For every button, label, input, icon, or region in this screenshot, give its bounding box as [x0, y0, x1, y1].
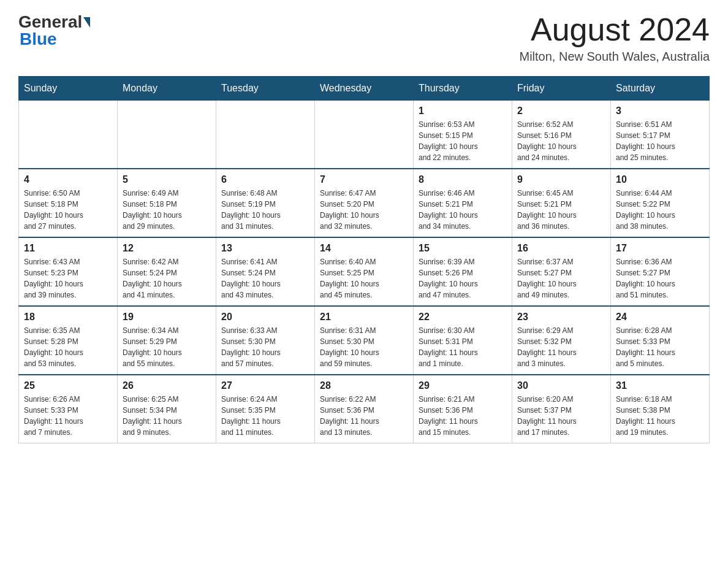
day-number-27: 27	[221, 380, 309, 391]
calendar-cell-w2-d6: 17Sunrise: 6:36 AMSunset: 5:27 PMDayligh…	[611, 237, 710, 306]
day-number-29: 29	[419, 380, 507, 391]
calendar-table: Sunday Monday Tuesday Wednesday Thursday…	[18, 76, 710, 443]
day-number-25: 25	[24, 380, 112, 391]
calendar-cell-w0-d1	[118, 101, 216, 169]
calendar-row-2: 11Sunrise: 6:43 AMSunset: 5:23 PMDayligh…	[19, 237, 710, 306]
day-info-13: Sunrise: 6:41 AMSunset: 5:24 PMDaylight:…	[221, 256, 309, 301]
day-info-12: Sunrise: 6:42 AMSunset: 5:24 PMDaylight:…	[123, 256, 211, 301]
day-number-17: 17	[616, 243, 704, 254]
header-thursday: Thursday	[414, 77, 512, 101]
calendar-cell-w3-d1: 19Sunrise: 6:34 AMSunset: 5:29 PMDayligh…	[118, 306, 216, 375]
day-info-9: Sunrise: 6:45 AMSunset: 5:21 PMDaylight:…	[517, 188, 605, 232]
calendar-row-1: 4Sunrise: 6:50 AMSunset: 5:18 PMDaylight…	[19, 169, 710, 237]
day-number-12: 12	[123, 243, 211, 254]
title-section: August 2024 Milton, New South Wales, Aus…	[520, 12, 710, 64]
header-tuesday: Tuesday	[216, 77, 315, 101]
logo: General Blue	[18, 12, 91, 49]
day-number-14: 14	[320, 243, 408, 254]
day-number-9: 9	[517, 174, 605, 185]
day-info-5: Sunrise: 6:49 AMSunset: 5:18 PMDaylight:…	[123, 188, 211, 232]
calendar-cell-w2-d1: 12Sunrise: 6:42 AMSunset: 5:24 PMDayligh…	[118, 237, 216, 306]
day-info-28: Sunrise: 6:22 AMSunset: 5:36 PMDaylight:…	[320, 394, 408, 438]
day-info-10: Sunrise: 6:44 AMSunset: 5:22 PMDaylight:…	[616, 188, 704, 232]
day-info-3: Sunrise: 6:51 AMSunset: 5:17 PMDaylight:…	[616, 119, 704, 163]
day-number-3: 3	[616, 105, 704, 117]
day-number-10: 10	[616, 174, 704, 185]
calendar-cell-w0-d6: 3Sunrise: 6:51 AMSunset: 5:17 PMDaylight…	[611, 101, 710, 169]
calendar-cell-w3-d3: 21Sunrise: 6:31 AMSunset: 5:30 PMDayligh…	[315, 306, 414, 375]
day-info-6: Sunrise: 6:48 AMSunset: 5:19 PMDaylight:…	[221, 188, 309, 232]
calendar-cell-w0-d4: 1Sunrise: 6:53 AMSunset: 5:15 PMDaylight…	[414, 101, 512, 169]
day-info-27: Sunrise: 6:24 AMSunset: 5:35 PMDaylight:…	[221, 394, 309, 438]
day-number-19: 19	[123, 312, 211, 323]
calendar-header-row: Sunday Monday Tuesday Wednesday Thursday…	[19, 77, 710, 101]
day-number-28: 28	[320, 380, 408, 391]
calendar-cell-w4-d3: 28Sunrise: 6:22 AMSunset: 5:36 PMDayligh…	[315, 375, 414, 443]
calendar-cell-w4-d4: 29Sunrise: 6:21 AMSunset: 5:36 PMDayligh…	[414, 375, 512, 443]
day-number-24: 24	[616, 312, 704, 323]
calendar-cell-w0-d0	[19, 101, 118, 169]
calendar-cell-w1-d2: 6Sunrise: 6:48 AMSunset: 5:19 PMDaylight…	[216, 169, 315, 237]
day-info-31: Sunrise: 6:18 AMSunset: 5:38 PMDaylight:…	[616, 394, 704, 438]
day-number-31: 31	[616, 380, 704, 391]
day-number-26: 26	[123, 380, 211, 391]
header-monday: Monday	[118, 77, 216, 101]
day-number-13: 13	[221, 243, 309, 254]
day-info-24: Sunrise: 6:28 AMSunset: 5:33 PMDaylight:…	[616, 325, 704, 369]
calendar-cell-w2-d0: 11Sunrise: 6:43 AMSunset: 5:23 PMDayligh…	[19, 237, 118, 306]
calendar-cell-w2-d5: 16Sunrise: 6:37 AMSunset: 5:27 PMDayligh…	[512, 237, 611, 306]
day-info-23: Sunrise: 6:29 AMSunset: 5:32 PMDaylight:…	[517, 325, 605, 369]
day-info-7: Sunrise: 6:47 AMSunset: 5:20 PMDaylight:…	[320, 188, 408, 232]
header-friday: Friday	[512, 77, 611, 101]
day-info-14: Sunrise: 6:40 AMSunset: 5:25 PMDaylight:…	[320, 256, 408, 301]
calendar-cell-w1-d0: 4Sunrise: 6:50 AMSunset: 5:18 PMDaylight…	[19, 169, 118, 237]
day-info-18: Sunrise: 6:35 AMSunset: 5:28 PMDaylight:…	[24, 325, 112, 369]
day-number-30: 30	[517, 380, 605, 391]
calendar-cell-w3-d2: 20Sunrise: 6:33 AMSunset: 5:30 PMDayligh…	[216, 306, 315, 375]
day-number-22: 22	[419, 312, 507, 323]
calendar-cell-w2-d2: 13Sunrise: 6:41 AMSunset: 5:24 PMDayligh…	[216, 237, 315, 306]
day-number-15: 15	[419, 243, 507, 254]
day-number-4: 4	[24, 174, 112, 185]
calendar-cell-w0-d5: 2Sunrise: 6:52 AMSunset: 5:16 PMDaylight…	[512, 101, 611, 169]
header-sunday: Sunday	[19, 77, 118, 101]
calendar-cell-w3-d4: 22Sunrise: 6:30 AMSunset: 5:31 PMDayligh…	[414, 306, 512, 375]
header-wednesday: Wednesday	[315, 77, 414, 101]
location-text: Milton, New South Wales, Australia	[520, 50, 710, 64]
day-number-5: 5	[123, 174, 211, 185]
calendar-cell-w3-d5: 23Sunrise: 6:29 AMSunset: 5:32 PMDayligh…	[512, 306, 611, 375]
calendar-cell-w4-d0: 25Sunrise: 6:26 AMSunset: 5:33 PMDayligh…	[19, 375, 118, 443]
day-info-11: Sunrise: 6:43 AMSunset: 5:23 PMDaylight:…	[24, 256, 112, 301]
day-info-2: Sunrise: 6:52 AMSunset: 5:16 PMDaylight:…	[517, 119, 605, 163]
day-info-21: Sunrise: 6:31 AMSunset: 5:30 PMDaylight:…	[320, 325, 408, 369]
calendar-cell-w1-d1: 5Sunrise: 6:49 AMSunset: 5:18 PMDaylight…	[118, 169, 216, 237]
calendar-row-3: 18Sunrise: 6:35 AMSunset: 5:28 PMDayligh…	[19, 306, 710, 375]
calendar-cell-w4-d2: 27Sunrise: 6:24 AMSunset: 5:35 PMDayligh…	[216, 375, 315, 443]
day-info-20: Sunrise: 6:33 AMSunset: 5:30 PMDaylight:…	[221, 325, 309, 369]
header-saturday: Saturday	[611, 77, 710, 101]
day-info-17: Sunrise: 6:36 AMSunset: 5:27 PMDaylight:…	[616, 256, 704, 301]
calendar-cell-w3-d6: 24Sunrise: 6:28 AMSunset: 5:33 PMDayligh…	[611, 306, 710, 375]
logo-blue: Blue	[20, 29, 57, 48]
calendar-cell-w2-d3: 14Sunrise: 6:40 AMSunset: 5:25 PMDayligh…	[315, 237, 414, 306]
calendar-row-4: 25Sunrise: 6:26 AMSunset: 5:33 PMDayligh…	[19, 375, 710, 443]
calendar-cell-w4-d1: 26Sunrise: 6:25 AMSunset: 5:34 PMDayligh…	[118, 375, 216, 443]
page-header: General Blue August 2024 Milton, New Sou…	[18, 12, 710, 64]
day-number-11: 11	[24, 243, 112, 254]
day-info-30: Sunrise: 6:20 AMSunset: 5:37 PMDaylight:…	[517, 394, 605, 438]
day-info-8: Sunrise: 6:46 AMSunset: 5:21 PMDaylight:…	[419, 188, 507, 232]
day-number-21: 21	[320, 312, 408, 323]
day-info-16: Sunrise: 6:37 AMSunset: 5:27 PMDaylight:…	[517, 256, 605, 301]
day-info-26: Sunrise: 6:25 AMSunset: 5:34 PMDaylight:…	[123, 394, 211, 438]
calendar-cell-w4-d5: 30Sunrise: 6:20 AMSunset: 5:37 PMDayligh…	[512, 375, 611, 443]
calendar-cell-w4-d6: 31Sunrise: 6:18 AMSunset: 5:38 PMDayligh…	[611, 375, 710, 443]
calendar-cell-w1-d3: 7Sunrise: 6:47 AMSunset: 5:20 PMDaylight…	[315, 169, 414, 237]
day-info-29: Sunrise: 6:21 AMSunset: 5:36 PMDaylight:…	[419, 394, 507, 438]
day-info-1: Sunrise: 6:53 AMSunset: 5:15 PMDaylight:…	[419, 119, 507, 163]
day-info-22: Sunrise: 6:30 AMSunset: 5:31 PMDaylight:…	[419, 325, 507, 369]
day-number-1: 1	[419, 105, 507, 117]
day-info-25: Sunrise: 6:26 AMSunset: 5:33 PMDaylight:…	[24, 394, 112, 438]
calendar-cell-w0-d2	[216, 101, 315, 169]
calendar-cell-w3-d0: 18Sunrise: 6:35 AMSunset: 5:28 PMDayligh…	[19, 306, 118, 375]
calendar-cell-w1-d5: 9Sunrise: 6:45 AMSunset: 5:21 PMDaylight…	[512, 169, 611, 237]
